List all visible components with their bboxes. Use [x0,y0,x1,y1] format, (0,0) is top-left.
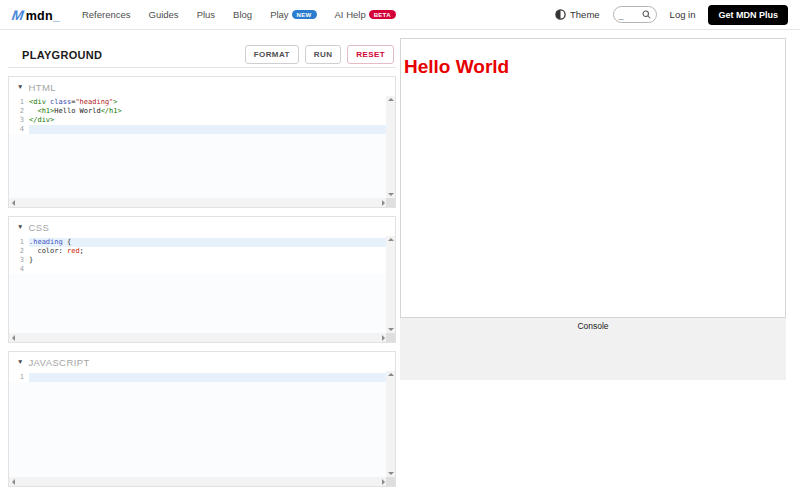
nav-item-plus[interactable]: Plus [197,9,215,20]
scroll-right-icon[interactable] [382,335,385,341]
run-button[interactable]: RUN [305,45,342,64]
code-line: 1 [9,373,386,382]
editor-header-js[interactable]: ▼JAVASCRIPT [9,352,395,371]
editors-pane: PLAYGROUND FORMAT RUN RESET ▼HTML1<div c… [8,38,396,494]
nav-item-label: Guides [149,9,179,20]
vertical-scrollbar[interactable] [386,236,395,333]
line-number: 3 [9,256,29,265]
editor-header-css[interactable]: ▼CSS [9,217,395,236]
output-frame: Hello World [400,38,786,318]
code-area-html[interactable]: 1<div class="heading">2 <h1>Hello World<… [9,96,386,198]
scroll-up-icon[interactable] [388,238,394,241]
line-number: 1 [9,238,29,247]
mdn-playground-page: M mdn _ ReferencesGuidesPlusBlogPlayNEWA… [0,0,800,494]
scroll-down-icon[interactable] [388,193,394,196]
code-area-css[interactable]: 1.heading {2 color: red;3}4 [9,236,386,333]
line-content: </div> [29,116,386,125]
line-content [29,373,386,382]
vertical-scrollbar[interactable] [386,371,395,477]
token: </h1> [101,107,122,115]
scroll-down-icon[interactable] [388,328,394,331]
token: .heading [29,238,63,246]
code-empty-area [9,134,386,198]
code-empty-area [9,382,386,477]
theme-label: Theme [570,9,600,20]
token: : [59,247,67,255]
horizontal-scrollbar[interactable] [9,198,395,207]
mdn-logo-m-icon: M [11,7,25,23]
token: <div [29,98,46,106]
scroll-left-icon[interactable] [12,335,15,341]
scrollbar-corner [386,333,395,342]
code-area-js[interactable]: 1 [9,371,386,477]
scroll-right-icon[interactable] [382,200,385,206]
scrollbar-corner [386,198,395,207]
badge-beta: BETA [369,10,396,19]
nav-item-label: AI Help [335,9,366,20]
page-title: PLAYGROUND [22,49,102,61]
horizontal-scrollbar[interactable] [9,477,395,486]
code-line: 3} [9,256,386,265]
scrollbar-corner [386,477,395,486]
code-line: 1.heading { [9,238,386,247]
code-line: 1<div class="heading"> [9,98,386,107]
line-number: 3 [9,116,29,125]
console-panel: Console [400,318,786,380]
token: { [63,238,71,246]
main-area: PLAYGROUND FORMAT RUN RESET ▼HTML1<div c… [0,30,800,494]
nav-item-references[interactable]: References [82,9,131,20]
editor-section-js: ▼JAVASCRIPT1 [8,351,396,487]
header-right: Theme _ Log in Get MDN Plus [555,5,788,25]
reset-button[interactable]: RESET [347,45,394,64]
scroll-left-icon[interactable] [12,200,15,206]
playground-toolbar: PLAYGROUND FORMAT RUN RESET [8,42,396,68]
nav-item-ai-help[interactable]: AI HelpBETA [335,9,396,20]
login-link[interactable]: Log in [670,9,696,20]
token: > [113,98,117,106]
token: class [50,98,71,106]
scroll-up-icon[interactable] [388,373,394,376]
editor-label: HTML [28,82,55,93]
mdn-logo-underscore: _ [53,9,60,23]
line-number: 1 [9,98,29,107]
site-header: M mdn _ ReferencesGuidesPlusBlogPlayNEWA… [0,0,800,30]
collapse-icon: ▼ [17,224,23,231]
line-content: } [29,256,386,265]
editor-header-html[interactable]: ▼HTML [9,77,395,96]
line-number: 4 [9,125,29,134]
line-content: .heading { [29,238,386,247]
output-pane: Hello World Console [400,38,786,494]
mdn-logo[interactable]: M mdn _ [12,7,60,23]
nav-item-label: References [82,9,131,20]
token: red [67,247,80,255]
search-icon [642,10,651,19]
search-box[interactable]: _ [613,6,657,23]
theme-toggle[interactable]: Theme [555,9,600,20]
scroll-right-icon[interactable] [382,479,385,485]
code-line: 2 color: red; [9,247,386,256]
horizontal-scrollbar[interactable] [9,333,395,342]
line-number: 2 [9,107,29,116]
nav-item-play[interactable]: PlayNEW [270,9,316,20]
format-button[interactable]: FORMAT [245,45,299,64]
line-content [29,125,386,134]
scroll-left-icon[interactable] [12,479,15,485]
scroll-up-icon[interactable] [388,98,394,101]
get-mdn-plus-button[interactable]: Get MDN Plus [708,5,788,25]
line-content: color: red; [29,247,386,256]
nav-item-blog[interactable]: Blog [233,9,252,20]
editor-label: CSS [28,222,49,233]
scroll-down-icon[interactable] [388,472,394,475]
nav-item-label: Plus [197,9,215,20]
token: Hello World [54,107,100,115]
editor-section-css: ▼CSS1.heading {2 color: red;3}4 [8,216,396,343]
editor-body-css: 1.heading {2 color: red;3}4 [9,236,395,333]
line-content: <h1>Hello World</h1> [29,107,386,116]
editors-column: ▼HTML1<div class="heading">2 <h1>Hello W… [8,76,396,487]
vertical-scrollbar[interactable] [386,96,395,198]
line-content: <div class="heading"> [29,98,386,107]
nav-item-guides[interactable]: Guides [149,9,179,20]
code-line: 3</div> [9,116,386,125]
line-number: 4 [9,265,29,274]
line-number: 2 [9,247,29,256]
